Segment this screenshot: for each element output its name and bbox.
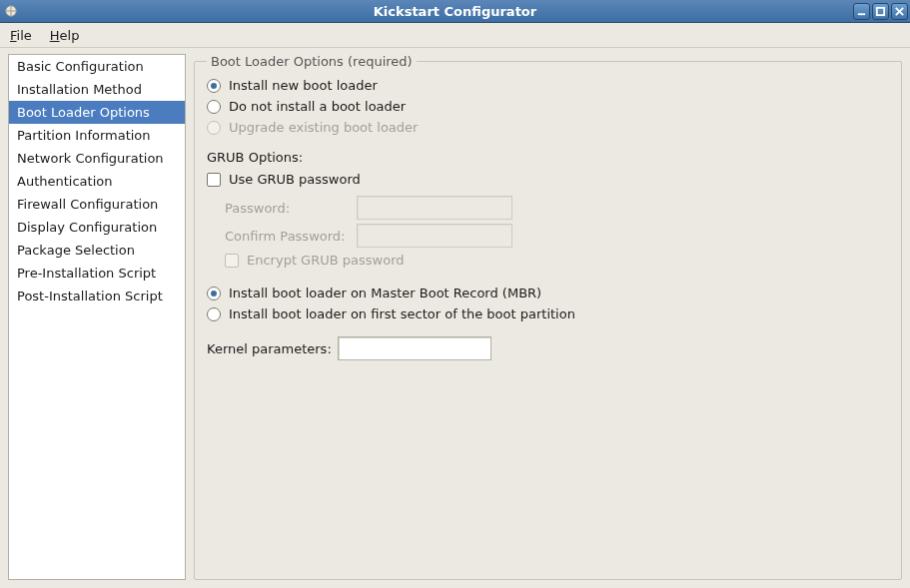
confirm-password-label: Confirm Password: — [225, 229, 351, 244]
sidebar-item-network-configuration[interactable]: Network Configuration — [9, 147, 185, 170]
sidebar-item-authentication[interactable]: Authentication — [9, 170, 185, 193]
radio-icon — [207, 287, 221, 300]
checkbox-label: Use GRUB password — [229, 172, 361, 187]
minimize-button[interactable] — [853, 3, 870, 20]
sidebar-item-post-installation-script[interactable]: Post-Installation Script — [9, 285, 185, 307]
sidebar-item-package-selection[interactable]: Package Selection — [9, 239, 185, 262]
radio-label: Do not install a boot loader — [229, 99, 406, 114]
titlebar: Kickstart Configurator — [0, 0, 910, 23]
sidebar-item-firewall-configuration[interactable]: Firewall Configuration — [9, 193, 185, 216]
grub-heading: GRUB Options: — [207, 150, 889, 165]
sidebar-item-pre-installation-script[interactable]: Pre-Installation Script — [9, 262, 185, 285]
radio-install-new[interactable]: Install new boot loader — [207, 77, 889, 94]
sidebar-item-display-configuration[interactable]: Display Configuration — [9, 216, 185, 239]
radio-label: Upgrade existing boot loader — [229, 120, 418, 135]
checkbox-encrypt-grub-password: Encrypt GRUB password — [225, 252, 889, 269]
kernel-parameters-label: Kernel parameters: — [207, 341, 332, 356]
row-grub-confirm: Confirm Password: — [225, 224, 889, 248]
row-kernel-parameters: Kernel parameters: — [207, 336, 889, 360]
sidebar: Basic Configuration Installation Method … — [8, 54, 186, 580]
checkbox-icon — [225, 254, 239, 268]
radio-label: Install new boot loader — [229, 78, 378, 93]
radio-install-first-sector[interactable]: Install boot loader on first sector of t… — [207, 305, 889, 322]
sidebar-item-installation-method[interactable]: Installation Method — [9, 78, 185, 101]
sidebar-item-basic-configuration[interactable]: Basic Configuration — [9, 55, 185, 78]
confirm-password-input — [357, 224, 512, 248]
client-area: Basic Configuration Installation Method … — [0, 46, 910, 588]
menubar: File Help — [0, 23, 910, 48]
group-title: Boot Loader Options (required) — [207, 54, 417, 69]
window-title: Kickstart Configurator — [0, 4, 910, 19]
row-grub-password: Password: — [225, 196, 889, 220]
checkbox-icon — [207, 173, 221, 187]
checkbox-label: Encrypt GRUB password — [247, 253, 405, 268]
content-frame: Boot Loader Options (required) Install n… — [194, 54, 902, 580]
svg-rect-2 — [877, 7, 884, 14]
sidebar-item-partition-information[interactable]: Partition Information — [9, 124, 185, 147]
radio-icon — [207, 121, 221, 135]
password-input — [357, 196, 512, 220]
radio-icon — [207, 307, 221, 321]
menu-file[interactable]: File — [6, 26, 36, 45]
maximize-button[interactable] — [872, 3, 889, 20]
checkbox-use-grub-password[interactable]: Use GRUB password — [207, 171, 889, 188]
radio-label: Install boot loader on first sector of t… — [229, 306, 575, 321]
radio-icon — [207, 79, 221, 93]
radio-icon — [207, 100, 221, 114]
radio-label: Install boot loader on Master Boot Recor… — [229, 286, 541, 300]
sidebar-item-boot-loader-options[interactable]: Boot Loader Options — [9, 101, 185, 124]
kernel-parameters-input[interactable] — [338, 336, 491, 360]
window-controls — [853, 3, 910, 20]
boot-loader-group: Boot Loader Options (required) Install n… — [194, 54, 902, 580]
close-button[interactable] — [891, 3, 908, 20]
menu-help[interactable]: Help — [46, 26, 84, 45]
password-label: Password: — [225, 201, 351, 216]
radio-upgrade-existing: Upgrade existing boot loader — [207, 119, 889, 136]
app-icon — [0, 0, 22, 22]
radio-do-not-install[interactable]: Do not install a boot loader — [207, 98, 889, 115]
radio-install-mbr[interactable]: Install boot loader on Master Boot Recor… — [207, 285, 889, 301]
